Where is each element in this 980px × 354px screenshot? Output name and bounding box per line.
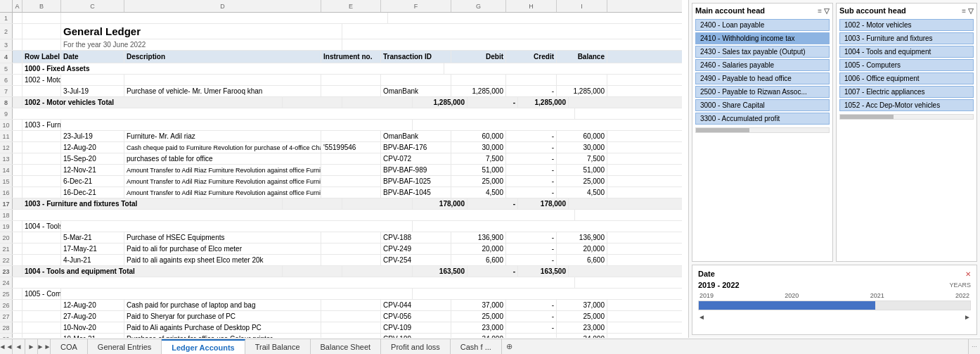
year-axis: 2019 2020 2021 2022 — [698, 292, 971, 299]
spreadsheet-area: A B C D E F G H I 1 2 General Ledger 3 — [0, 0, 682, 338]
row-13: 13 15-Sep-20 purchases of table for offi… — [0, 153, 682, 165]
corner-cell — [0, 0, 13, 12]
row-10: 10 1003 - Furniture and fixtures — [0, 120, 682, 131]
rn-1: 1 — [0, 13, 13, 23]
row-26: 26 12-Aug-20 Cash paid for purchase of l… — [0, 300, 682, 311]
column-headers: A B C D E F G H I — [0, 0, 682, 13]
col-i-header: I — [557, 0, 607, 12]
tab-profit-loss[interactable]: Profit and loss — [381, 339, 451, 354]
sub-filter-icon[interactable]: ▽ — [968, 7, 974, 15]
col-g-header: G — [451, 0, 506, 12]
date-bar-container[interactable] — [698, 301, 971, 310]
date-panel: Date ✕ 2019 - 2022 YEARS 2019 2020 2021 … — [692, 265, 977, 335]
row-8: 8 1002 - Motor vehicles Total 1,285,000 … — [0, 97, 682, 108]
sub-account-panel: Sub account head ≡ ▽ 1002 - Motor vehicl… — [836, 3, 977, 262]
date-unit: YEARS — [949, 282, 971, 289]
row-9: 9 — [0, 108, 682, 120]
row-12: 12 12-Aug-20 Cash cheque paid to Furnitu… — [0, 142, 682, 153]
row-29: 29 19-Mar-21 Purchase of printer for off… — [0, 334, 682, 338]
tab-coa[interactable]: COA — [51, 339, 88, 354]
tab-ledger-accounts[interactable]: Ledger Accounts — [162, 339, 245, 354]
row-title: 2 General Ledger — [0, 24, 682, 39]
account-panels: Main account head ≡ ▽ 2400 - Loan payabl… — [692, 3, 977, 262]
tab-add-btn[interactable]: ⊕ — [502, 339, 517, 354]
date-panel-header: Date ✕ — [698, 270, 971, 278]
main-account-item-7[interactable]: 3300 - Accumulated profit — [695, 113, 830, 125]
main-account-panel: Main account head ≡ ▽ 2400 - Loan payabl… — [692, 3, 833, 262]
date-bar-fill — [699, 301, 875, 310]
sub-scrollbar[interactable] — [839, 114, 974, 120]
row-20: 20 5-Mar-21 Purchase of HSEC Equipments … — [0, 232, 682, 244]
row-18: 18 — [0, 210, 682, 221]
main-account-item-6[interactable]: 3000 - Share Capital — [695, 99, 830, 111]
filter-icon[interactable]: ▽ — [824, 7, 830, 15]
main-account-item-2[interactable]: 2430 - Sales tax payable (Output) — [695, 46, 830, 58]
col-e-header: E — [321, 0, 381, 12]
date-nav-row: ◄ ► — [698, 313, 971, 321]
main-account-item-1[interactable]: 2410 - Withholding income tax — [695, 32, 830, 44]
main-scrollbar-thumb — [696, 128, 749, 132]
main-account-list[interactable]: 2400 - Loan payable 2410 - Withholding i… — [695, 18, 830, 126]
tab-dots-icon: ⋯ — [972, 343, 977, 350]
row-1: 1 — [0, 13, 682, 24]
row-19: 19 1004 - Tools and equipment — [0, 221, 682, 232]
sub-account-item-0[interactable]: 1002 - Motor vehicles — [839, 19, 974, 31]
col-d-header: D — [124, 0, 321, 12]
main-account-item-4[interactable]: 2490 - Payable to head office — [695, 72, 830, 84]
sub-account-item-1[interactable]: 1003 - Furniture and fixtures — [839, 32, 974, 44]
tab-next-single-btn[interactable]: ► — [25, 339, 38, 354]
row-22: 22 4-Jun-21 Paid to ali againts exp shee… — [0, 255, 682, 266]
sub-account-list[interactable]: 1002 - Motor vehicles 1003 - Furniture a… — [839, 18, 974, 113]
row-17: 17 1003 - Furniture and fixtures Total 1… — [0, 198, 682, 210]
spreadsheet-subtitle: For the year 30 June 2022 — [61, 39, 342, 50]
tab-spacer — [517, 339, 969, 354]
main-account-title: Main account head ≡ ▽ — [695, 6, 830, 15]
main-account-item-3[interactable]: 2460 - Salaries payable — [695, 59, 830, 71]
sub-scrollbar-thumb — [840, 115, 894, 119]
tab-balance-sheet[interactable]: Balance Sheet — [311, 339, 382, 354]
bottom-tabs: ◄◄ ◄ ► ►► COA General Entries Ledger Acc… — [0, 339, 980, 354]
row-23: 23 1004 - Tools and equipment Total 163,… — [0, 266, 682, 277]
sub-account-item-3[interactable]: 1005 - Computers — [839, 59, 974, 71]
date-filter-icon[interactable]: ✕ — [965, 270, 971, 278]
row-7: 7 3-Jul-19 Purchase of vehicle- Mr. Umer… — [0, 86, 682, 97]
tab-prev-single-btn[interactable]: ◄ — [13, 339, 25, 354]
col-b-header: B — [22, 0, 61, 12]
tab-scroll-controls: ⋯ — [969, 339, 980, 354]
row-6: 6 1002 - Motor vehicles — [0, 75, 682, 86]
date-range-row: 2019 - 2022 YEARS — [698, 281, 971, 289]
tab-next-btn[interactable]: ►► — [38, 339, 51, 354]
row-col-headers: 4 Row Label ▼ Date Description Instrumen… — [0, 51, 682, 63]
tab-cash-flow[interactable]: Cash f ... — [451, 339, 502, 354]
row-16: 16 16-Dec-21 Amount Transfer to Adil Ria… — [0, 187, 682, 198]
sub-account-item-4[interactable]: 1006 - Office equipment — [839, 72, 974, 84]
date-panel-title: Date — [698, 270, 715, 278]
row-24: 24 — [0, 277, 682, 289]
row-27: 27 27-Aug-20 Paid to Sheryar for purchas… — [0, 311, 682, 322]
sub-account-item-2[interactable]: 1004 - Tools and equipment — [839, 46, 974, 58]
date-right-arrow[interactable]: ► — [964, 313, 971, 321]
main-account-item-5[interactable]: 2500 - Payable to Rizwan Assoc... — [695, 86, 830, 98]
tab-prev-btn[interactable]: ◄◄ — [0, 339, 13, 354]
row-subtitle: 3 For the year 30 June 2022 — [0, 39, 682, 51]
tab-general-entries[interactable]: General Entries — [88, 339, 162, 354]
sub-account-item-6[interactable]: 1052 - Acc Dep-Motor vehicles — [839, 99, 974, 111]
sub-sort-icon[interactable]: ≡ — [962, 7, 966, 15]
sub-account-item-5[interactable]: 1007 - Electric appliances — [839, 86, 974, 98]
date-left-arrow[interactable]: ◄ — [698, 313, 705, 321]
right-panels: Main account head ≡ ▽ 2400 - Loan payabl… — [688, 0, 980, 338]
col-c-header: C — [61, 0, 124, 12]
row-5: 5 1000 - Fixed Assets — [0, 63, 682, 75]
row-11: 11 23-Jul-19 Furniture- Mr. Adil riaz Om… — [0, 131, 682, 142]
row-21: 21 17-May-21 Paid to ali for purchase of… — [0, 244, 682, 255]
date-range-value: 2019 - 2022 — [698, 281, 740, 289]
tab-trail-balance[interactable]: Trail Balance — [245, 339, 311, 354]
main-account-item-0[interactable]: 2400 - Loan payable — [695, 19, 830, 31]
col-a-header: A — [13, 0, 22, 12]
sort-icon[interactable]: ≡ — [818, 7, 822, 15]
main-scrollbar[interactable] — [695, 127, 830, 133]
row-25: 25 1005 - Computers — [0, 289, 682, 300]
sub-account-title: Sub account head ≡ ▽ — [839, 6, 974, 15]
row-28: 28 10-Nov-20 Paid to Ali againts Purchas… — [0, 322, 682, 334]
row-15: 15 6-Dec-21 Amount Transfer to Adil Riaz… — [0, 176, 682, 187]
